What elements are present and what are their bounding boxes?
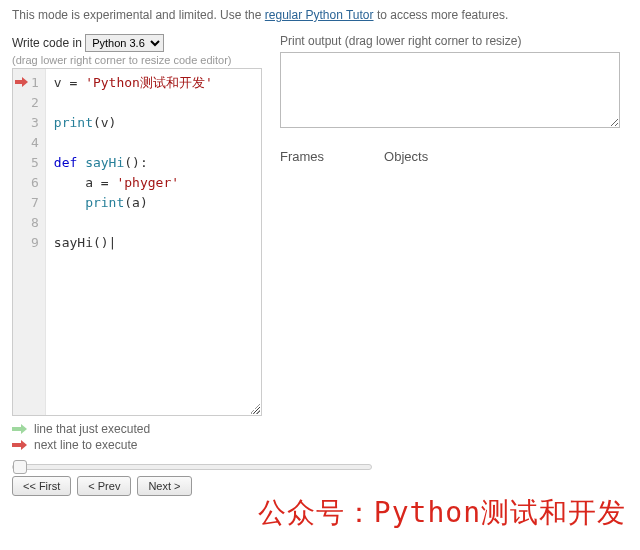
resize-hint: (drag lower right corner to resize code … bbox=[12, 54, 262, 66]
notice-prefix: This mode is experimental and limited. U… bbox=[12, 8, 261, 22]
line-gutter: 123456789 bbox=[13, 69, 46, 415]
code-area[interactable]: v = 'Python测试和开发' print(v) def sayHi(): … bbox=[46, 69, 261, 415]
step-slider[interactable] bbox=[12, 464, 372, 470]
next-button[interactable]: Next > bbox=[137, 476, 191, 496]
next-line-arrow-icon bbox=[15, 77, 29, 87]
language-select[interactable]: Python 3.6 bbox=[85, 34, 164, 52]
notice-suffix: to access more features. bbox=[377, 8, 508, 22]
objects-label: Objects bbox=[384, 149, 428, 164]
legend-executed: line that just executed bbox=[34, 422, 150, 436]
write-code-label: Write code in bbox=[12, 36, 82, 50]
frames-label: Frames bbox=[280, 149, 324, 164]
executed-arrow-icon bbox=[12, 424, 28, 434]
first-button[interactable]: << First bbox=[12, 476, 71, 496]
legend-next: next line to execute bbox=[34, 438, 137, 452]
slider-thumb[interactable] bbox=[13, 460, 27, 474]
print-output[interactable] bbox=[280, 52, 620, 128]
output-label: Print output (drag lower right corner to… bbox=[280, 34, 628, 48]
code-editor[interactable]: 123456789 v = 'Python测试和开发' print(v) def… bbox=[12, 68, 262, 416]
next-arrow-icon bbox=[12, 440, 28, 450]
editor-resize-handle[interactable] bbox=[250, 404, 260, 414]
experimental-notice: This mode is experimental and limited. U… bbox=[12, 8, 628, 22]
regular-tutor-link[interactable]: regular Python Tutor bbox=[265, 8, 374, 22]
prev-button[interactable]: < Prev bbox=[77, 476, 131, 496]
